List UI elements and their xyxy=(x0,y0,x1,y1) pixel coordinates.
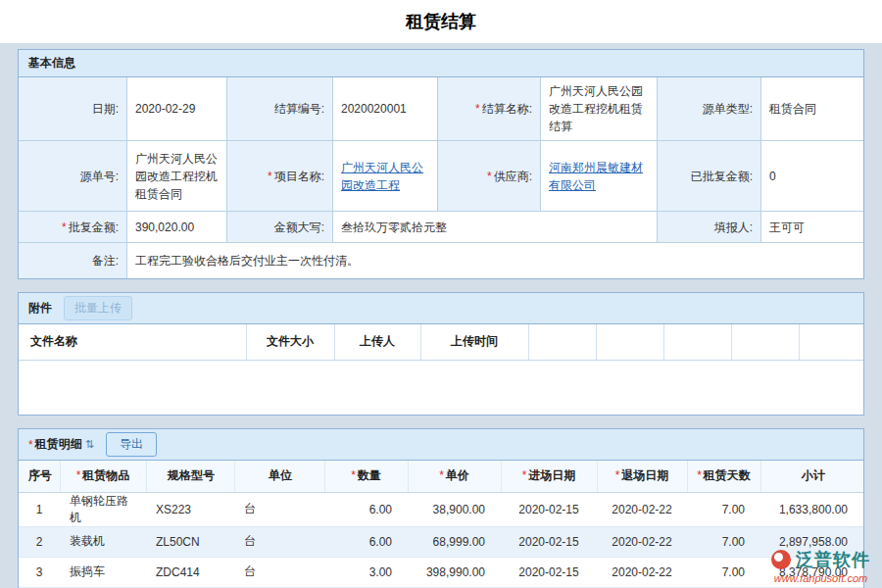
project-label-text: 项目名称: xyxy=(274,168,324,185)
col-header-entry-date: *进场日期 xyxy=(501,461,597,492)
col-header-empty xyxy=(663,324,731,360)
cell-unit: 台 xyxy=(234,557,324,587)
settlement-no-label-text: 结算编号: xyxy=(274,100,324,118)
cell-index: 3 xyxy=(19,557,60,587)
cell-spec: XS223 xyxy=(146,492,234,526)
col-label: 小计 xyxy=(802,468,825,482)
basic-info-title: 基本信息 xyxy=(28,55,75,72)
cell-rental-days: 7.00 xyxy=(687,557,760,587)
attachments-title: 附件 xyxy=(28,300,52,317)
settlement-no-value: 2020020001 xyxy=(333,77,438,141)
col-header-spec: 规格型号 xyxy=(146,461,234,492)
settlement-name-value: 广州天河人民公园改造工程挖机租赁结算 xyxy=(541,77,658,141)
preparer-label-text: 填报人: xyxy=(714,219,753,236)
cell-spec: ZDC414 xyxy=(146,557,234,587)
export-button[interactable]: 导出 xyxy=(106,432,157,457)
approved-amount-value: 0 xyxy=(761,141,863,212)
attachments-panel: 附件 批量上传 文件名称 文件大小 上传人 上传时间 xyxy=(18,292,864,416)
cell-spec: ZL50CN xyxy=(146,526,234,557)
settlement-no-label: 结算编号: xyxy=(227,77,333,141)
page-title: 租赁结算 xyxy=(406,10,476,33)
col-header-index: 序号 xyxy=(19,461,60,492)
col-header-empty xyxy=(596,324,663,360)
cell-unit-price: 68,999.00 xyxy=(408,526,501,557)
col-label: 进场日期 xyxy=(528,468,575,482)
supplier-link[interactable]: 河南郑州晨敏建材有限公司 xyxy=(549,159,649,194)
required-mark: * xyxy=(475,100,480,118)
col-header-unit-price: *单价 xyxy=(408,461,501,492)
col-header-unit: 单位 xyxy=(234,461,324,492)
remark-label: 备注: xyxy=(19,243,127,278)
approved-amount-label-text: 已批复金额: xyxy=(691,168,753,185)
source-no-label-text: 源单号: xyxy=(80,168,119,185)
cell-index: 2 xyxy=(19,526,60,557)
required-mark: * xyxy=(615,468,620,482)
sort-icon[interactable]: ⇅ xyxy=(85,438,94,451)
approval-amount-value: 390,020.00 xyxy=(127,212,227,243)
col-label: 退场日期 xyxy=(621,468,668,482)
amount-words-label-text: 金额大写: xyxy=(274,219,324,236)
project-link[interactable]: 广州天河人民公园改造工程 xyxy=(341,159,429,194)
attachments-table: 文件名称 文件大小 上传人 上传时间 xyxy=(19,324,863,415)
col-header-empty xyxy=(799,324,863,360)
cell-subtotal: 8,378,790.00 xyxy=(760,557,863,587)
col-header-upload-time: 上传时间 xyxy=(420,324,528,360)
required-mark: * xyxy=(487,168,492,185)
required-mark: * xyxy=(28,438,33,452)
approval-amount-label-text: 批复金额: xyxy=(69,219,119,236)
cell-quantity: 3.00 xyxy=(324,557,408,587)
cell-exit-date: 2020-02-22 xyxy=(597,526,687,557)
amount-words-label: 金额大写: xyxy=(227,212,333,243)
remark-value: 工程完工验收合格后交付业主一次性付清。 xyxy=(127,243,863,278)
supplier-value: 河南郑州晨敏建材有限公司 xyxy=(541,141,658,212)
basic-info-panel: 基本信息 日期: 2020-02-29 结算编号: 2020020001 * 结… xyxy=(18,49,864,279)
cell-index: 1 xyxy=(19,492,60,526)
required-mark: * xyxy=(697,468,702,482)
col-header-rental-days: *租赁天数 xyxy=(687,461,760,492)
col-header-empty xyxy=(528,324,596,360)
cell-item: 装载机 xyxy=(60,526,146,557)
required-mark: * xyxy=(522,468,527,482)
required-mark: * xyxy=(268,168,272,185)
table-row: 3 振捣车 ZDC414 台 3.00 398,990.00 2020-02-1… xyxy=(19,557,863,587)
rental-detail-panel: * 租赁明细 ⇅ 导出 序号 *租赁物品 规格型号 单位 *数量 *单价 xyxy=(18,428,864,588)
project-label: * 项目名称: xyxy=(227,141,333,212)
supplier-label-text: 供应商: xyxy=(494,168,532,185)
rental-detail-table: 序号 *租赁物品 规格型号 单位 *数量 *单价 *进场日期 *退场日期 *租赁… xyxy=(19,461,863,588)
col-header-exit-date: *退场日期 xyxy=(597,461,687,492)
source-type-label: 源单类型: xyxy=(658,77,761,141)
date-value: 2020-02-29 xyxy=(127,77,227,141)
preparer-label: 填报人: xyxy=(658,212,761,243)
col-header-empty xyxy=(731,324,799,360)
required-mark: * xyxy=(62,219,67,236)
source-type-value: 租赁合同 xyxy=(761,77,863,141)
cell-subtotal: 1,633,800.00 xyxy=(760,492,863,526)
col-header-file-name: 文件名称 xyxy=(19,324,246,360)
date-label-text: 日期: xyxy=(92,100,119,118)
rental-detail-header: * 租赁明细 ⇅ 导出 xyxy=(19,429,863,461)
col-header-uploader: 上传人 xyxy=(334,324,420,360)
detail-header-row: 序号 *租赁物品 规格型号 单位 *数量 *单价 *进场日期 *退场日期 *租赁… xyxy=(19,461,863,492)
col-label: 租赁天数 xyxy=(704,468,751,482)
cell-subtotal: 2,897,958.00 xyxy=(760,526,863,557)
cell-unit-price: 398,990.00 xyxy=(408,557,501,587)
project-value: 广州天河人民公园改造工程 xyxy=(333,141,438,212)
col-label: 单价 xyxy=(446,468,469,482)
settlement-name-label-text: 结算名称: xyxy=(482,100,532,118)
col-label: 序号 xyxy=(28,468,52,482)
source-no-value: 广州天河人民公园改造工程挖机租赁合同 xyxy=(127,141,227,212)
remark-label-text: 备注: xyxy=(92,252,119,270)
cell-rental-days: 7.00 xyxy=(687,492,760,526)
table-row: 1 单钢轮压路机 XS223 台 6.00 38,900.00 2020-02-… xyxy=(19,492,863,526)
page-content: 基本信息 日期: 2020-02-29 结算编号: 2020020001 * 结… xyxy=(0,43,882,588)
approval-amount-label: * 批复金额: xyxy=(19,212,127,243)
col-header-subtotal: 小计 xyxy=(760,461,863,492)
col-label: 数量 xyxy=(358,468,381,482)
cell-exit-date: 2020-02-22 xyxy=(597,557,687,587)
col-header-quantity: *数量 xyxy=(324,461,408,492)
batch-upload-button[interactable]: 批量上传 xyxy=(64,296,132,320)
attachments-header: 附件 批量上传 xyxy=(19,293,863,324)
col-label: 单位 xyxy=(269,468,292,482)
required-mark: * xyxy=(439,468,444,482)
cell-unit: 台 xyxy=(234,492,324,526)
